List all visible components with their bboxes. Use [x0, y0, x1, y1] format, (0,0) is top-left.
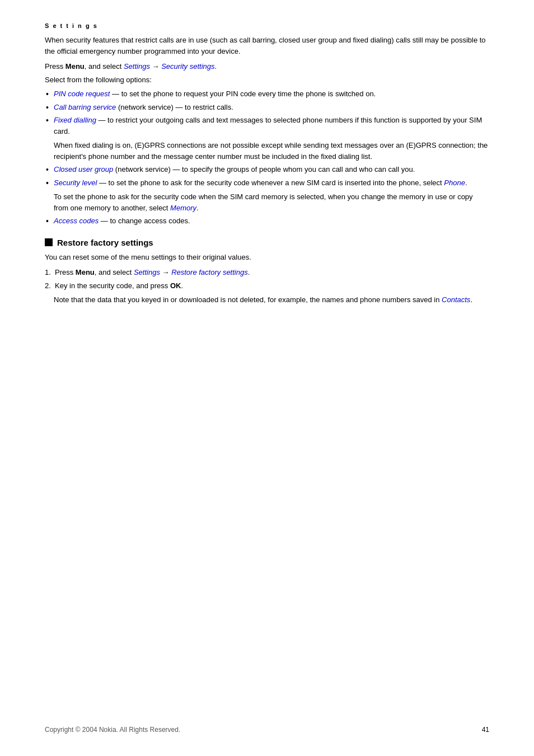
- call-barring-link[interactable]: Call barring service: [54, 103, 116, 111]
- section-label: S e t t i n g s: [45, 22, 489, 29]
- restore-heading-text: Restore factory settings: [57, 238, 153, 247]
- and-select-text: , and select: [85, 62, 124, 71]
- step1-settings-link[interactable]: Settings: [134, 268, 160, 276]
- menu-path-line: Press Menu, and select Settings → Securi…: [45, 61, 489, 72]
- step2-ok: OK: [170, 281, 181, 290]
- contacts-link[interactable]: Contacts: [442, 295, 470, 304]
- bullet-list-1: PIN code request — to set the phone to r…: [45, 88, 489, 137]
- step2-num: 2.: [45, 280, 51, 292]
- list-item: Call barring service (network service) —…: [45, 102, 489, 113]
- list-item: Fixed dialling — to restrict your outgoi…: [45, 115, 489, 137]
- list-item: Security level — to set the phone to ask…: [45, 177, 489, 189]
- step2-text-before: Key in the security code, and press: [55, 281, 170, 290]
- step1-arrow: →: [160, 268, 171, 276]
- restore-steps: 1. Press Menu, and select Settings → Res…: [45, 267, 489, 291]
- security-level-para-before: To set the phone to ask for the security…: [54, 192, 473, 212]
- step2-period: .: [181, 281, 183, 290]
- bullet-list-3: Access codes — to change access codes.: [45, 215, 489, 227]
- access-codes-rest: — to change access codes.: [99, 217, 190, 225]
- copyright-text: Copyright © 2004 Nokia. All Rights Reser…: [45, 726, 180, 734]
- step1-mid: , and select: [95, 268, 134, 276]
- section-icon: [45, 238, 53, 246]
- pin-code-rest: — to set the phone to request your PIN c…: [110, 90, 376, 98]
- bullet-list-2: Closed user group (network service) — to…: [45, 164, 489, 188]
- list-item: 2. Key in the security code, and press O…: [45, 280, 489, 292]
- menu-label: Menu: [65, 62, 85, 71]
- page: S e t t i n g s When security features t…: [0, 0, 534, 756]
- security-settings-link[interactable]: Security settings: [161, 62, 214, 71]
- page-number: 41: [482, 726, 489, 734]
- list-item: PIN code request — to set the phone to r…: [45, 88, 489, 100]
- fixed-dialing-para: When fixed dialing is on, (E)GPRS connec…: [54, 140, 489, 162]
- memory-link[interactable]: Memory: [170, 204, 196, 212]
- press-text: Press: [45, 62, 65, 71]
- security-level-para-after: .: [196, 204, 199, 212]
- list-item: 1. Press Menu, and select Settings → Res…: [45, 267, 489, 278]
- closed-user-group-rest: (network service) — to specify the group…: [113, 165, 415, 173]
- arrow1: →: [150, 62, 161, 71]
- security-level-para: To set the phone to ask for the security…: [54, 191, 489, 213]
- pin-code-link[interactable]: PIN code request: [54, 90, 110, 98]
- step1-period: .: [248, 268, 250, 276]
- step1-menu: Menu: [76, 268, 95, 276]
- security-level-link[interactable]: Security level: [54, 179, 97, 187]
- list-item: Access codes — to change access codes.: [45, 215, 489, 227]
- step1-text-before: Press: [55, 268, 76, 276]
- security-level-rest: — to set the phone to ask for the securi…: [97, 179, 444, 187]
- settings-link[interactable]: Settings: [124, 62, 150, 71]
- call-barring-rest: (network service) — to restrict calls.: [116, 103, 233, 111]
- period1: .: [215, 62, 217, 71]
- fixed-dialling-link[interactable]: Fixed dialling: [54, 116, 96, 124]
- intro-paragraph: When security features that restrict cal…: [45, 35, 489, 57]
- note-after: .: [470, 295, 472, 304]
- closed-user-group-link[interactable]: Closed user group: [54, 165, 113, 173]
- restore-intro: You can reset some of the menu settings …: [45, 252, 489, 263]
- access-codes-link[interactable]: Access codes: [54, 217, 99, 225]
- note-before: Note that the data that you keyed in or …: [54, 295, 442, 304]
- select-options-text: Select from the following options:: [45, 74, 489, 86]
- phone-link[interactable]: Phone: [444, 179, 465, 187]
- after-phone-link: .: [465, 179, 467, 187]
- restore-section-heading: Restore factory settings: [45, 238, 489, 247]
- footer: Copyright © 2004 Nokia. All Rights Reser…: [45, 726, 489, 734]
- list-item: Closed user group (network service) — to…: [45, 164, 489, 175]
- fixed-dialling-rest: — to restrict your outgoing calls and te…: [54, 116, 482, 135]
- step1-num: 1.: [45, 267, 51, 278]
- restore-note-para: Note that the data that you keyed in or …: [54, 294, 489, 306]
- step1-restore-link[interactable]: Restore factory settings: [171, 268, 248, 276]
